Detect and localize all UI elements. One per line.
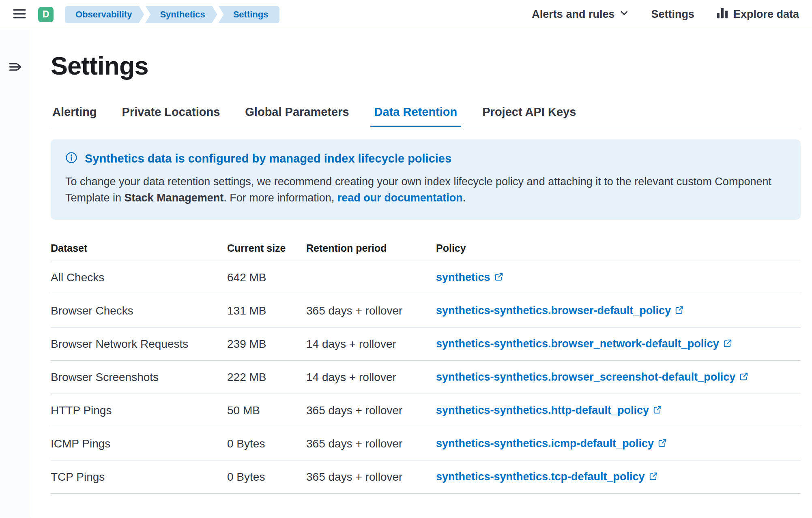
page-body: Settings Alerting Private Locations Glob… [0,29,812,518]
cell-dataset: Browser Checks [51,304,227,317]
cell-dataset: All Checks [51,271,227,284]
callout-text-post: . [463,192,466,204]
alerts-and-rules-label: Alerts and rules [532,8,614,21]
breadcrumb-observability[interactable]: Observability [65,6,144,23]
policy-link[interactable]: synthetics-synthetics.icmp-default_polic… [436,437,667,450]
external-link-icon [649,471,658,484]
policy-link[interactable]: synthetics-synthetics.tcp-default_policy [436,470,658,484]
cell-size: 0 Bytes [227,437,306,450]
tab-private-locations[interactable]: Private Locations [120,99,222,127]
cell-size: 0 Bytes [227,471,306,484]
table-body: All Checks 642 MB synthetics Browser Che… [51,261,801,494]
policy-link-label: synthetics-synthetics.tcp-default_policy [436,471,645,483]
external-link-icon [723,338,732,351]
data-retention-table: Dataset Current size Retention period Po… [51,235,801,494]
policy-link-label: synthetics-synthetics.http-default_polic… [436,404,649,417]
cell-dataset: Browser Screenshots [51,371,227,384]
table-header-row: Dataset Current size Retention period Po… [51,235,801,261]
info-callout: Synthetics data is configured by managed… [51,139,801,220]
table-row: TCP Pings 0 Bytes 365 days + rollover sy… [51,460,801,494]
policy-link[interactable]: synthetics-synthetics.browser_network-de… [436,337,732,351]
callout-body: To change your data retention settings, … [65,173,786,206]
table-row: Browser Checks 131 MB 365 days + rollove… [51,294,801,327]
cell-retention: 14 days + rollover [306,338,436,351]
breadcrumb: Observability Synthetics Settings [65,6,279,23]
cell-dataset: Browser Network Requests [51,338,227,351]
alerts-and-rules-dropdown[interactable]: Alerts and rules [532,8,629,21]
table-row: ICMP Pings 0 Bytes 365 days + rollover s… [51,427,801,460]
policy-link-label: synthetics-synthetics.browser_screenshot… [436,371,735,383]
tab-alerting[interactable]: Alerting [51,99,99,127]
explore-data-icon [716,7,728,22]
column-header-retention-period: Retention period [306,242,436,254]
column-header-current-size: Current size [227,242,306,254]
settings-link[interactable]: Settings [651,8,694,21]
policy-link[interactable]: synthetics-synthetics.browser_screenshot… [436,370,748,384]
cell-size: 239 MB [227,338,306,351]
settings-tabs: Alerting Private Locations Global Parame… [51,99,801,127]
column-header-policy: Policy [436,242,801,254]
explore-data-link[interactable]: Explore data [716,7,799,22]
tab-global-parameters[interactable]: Global Parameters [243,99,350,127]
cell-dataset: HTTP Pings [51,404,227,417]
callout-text-mid: . For more information, [223,192,337,204]
menu-icon [13,7,26,22]
main-content: Settings Alerting Private Locations Glob… [31,29,812,518]
expand-sidebar-button[interactable] [6,58,24,76]
external-link-icon [658,438,667,450]
cell-retention: 365 days + rollover [306,304,436,317]
info-icon [65,152,77,165]
policy-link[interactable]: synthetics-synthetics.browser-default_po… [436,304,684,317]
callout-title: Synthetics data is configured by managed… [85,152,451,165]
table-row: All Checks 642 MB synthetics [51,261,801,294]
cell-size: 222 MB [227,371,306,384]
policy-link-label: synthetics-synthetics.browser_network-de… [436,338,719,350]
policy-link[interactable]: synthetics-synthetics.http-default_polic… [436,404,662,417]
table-row: Browser Network Requests 239 MB 14 days … [51,327,801,361]
hamburger-menu-button[interactable] [11,6,28,24]
chevron-down-icon [619,8,629,21]
table-row: Browser Screenshots 222 MB 14 days + rol… [51,361,801,394]
cell-size: 131 MB [227,304,306,317]
callout-stack-management: Stack Management [125,192,224,204]
menu-expand-icon [8,60,23,75]
breadcrumb-synthetics[interactable]: Synthetics [145,6,217,23]
cell-retention: 365 days + rollover [306,437,436,450]
policy-link[interactable]: synthetics [436,271,503,284]
table-row: HTTP Pings 50 MB 365 days + rollover syn… [51,394,801,427]
cell-size: 50 MB [227,404,306,417]
tab-project-api-keys[interactable]: Project API Keys [481,99,578,127]
cell-dataset: TCP Pings [51,471,227,484]
external-link-icon [739,371,748,384]
top-header: D Observability Synthetics Settings Aler… [0,0,812,29]
collapsed-sidebar [0,29,31,518]
space-avatar[interactable]: D [38,7,54,22]
explore-data-label: Explore data [733,8,799,21]
header-actions: Alerts and rules Settings Explore data [532,7,799,22]
page-title: Settings [51,51,801,80]
cell-dataset: ICMP Pings [51,437,227,450]
cell-size: 642 MB [227,271,306,284]
tab-data-retention[interactable]: Data Retention [373,99,459,127]
policy-link-label: synthetics-synthetics.icmp-default_polic… [436,437,654,450]
external-link-icon [494,272,503,284]
external-link-icon [675,305,684,317]
callout-header: Synthetics data is configured by managed… [65,152,786,165]
cell-retention: 14 days + rollover [306,371,436,384]
external-link-icon [653,405,662,417]
cell-retention: 365 days + rollover [306,404,436,417]
cell-retention: 365 days + rollover [306,471,436,484]
policy-link-label: synthetics [436,271,490,284]
breadcrumb-settings[interactable]: Settings [219,6,280,23]
policy-link-label: synthetics-synthetics.browser-default_po… [436,304,671,317]
column-header-dataset: Dataset [51,242,227,254]
read-documentation-link[interactable]: read our documentation [337,192,463,204]
